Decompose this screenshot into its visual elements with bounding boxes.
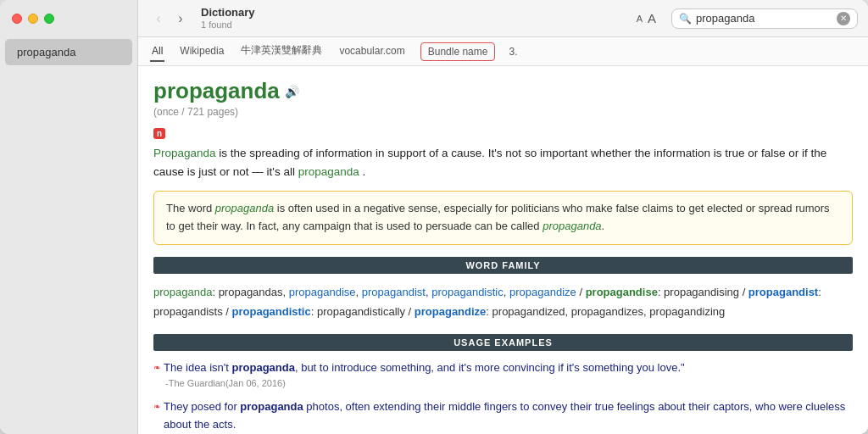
sidebar-item-propaganda[interactable]: propaganda (5, 39, 132, 65)
traffic-lights (0, 0, 137, 37)
usage-examples-header: USAGE EXAMPLES (153, 334, 853, 351)
window-title: Dictionary (201, 6, 255, 19)
example-1-content: The idea isn't propaganda, but to introd… (164, 359, 685, 377)
tab-wikipedia[interactable]: Wikipedia (178, 42, 225, 62)
example-2: ❧ They posed for propaganda photos, ofte… (153, 398, 853, 434)
usage-examples: ❧ The idea isn't propaganda, but to intr… (153, 359, 853, 434)
def-text-1: is the spreading of information in suppo… (153, 147, 826, 178)
forward-icon: › (178, 11, 182, 26)
app-window: propaganda ‹ › Dictionary 1 found A A (0, 0, 868, 434)
wf-propagandise-bold: propagandise (586, 286, 658, 298)
word-title-row: propaganda 🔊 (153, 78, 853, 104)
wf-propagandize-bold: propagandize (415, 305, 487, 318)
def-highlight-1: Propaganda (153, 147, 216, 159)
close-button[interactable] (12, 14, 22, 24)
pos-badge: n (153, 128, 165, 139)
example-2-content: They posed for propaganda photos, often … (164, 398, 853, 434)
font-increase-button[interactable]: A (648, 11, 656, 25)
font-size-controls: A A (637, 11, 656, 25)
tab-number: 3. (509, 46, 517, 58)
tab-oxford[interactable]: 牛津英漢雙解辭典 (239, 40, 324, 63)
sidebar: propaganda (0, 0, 138, 434)
word-heading: propaganda (153, 78, 280, 104)
example-1-text: ❧ The idea isn't propaganda, but to intr… (153, 359, 853, 377)
quote-icon-1: ❧ (153, 361, 160, 377)
tabs-bar: All Wikipedia 牛津英漢雙解辭典 vocabular.com Bun… (138, 37, 868, 66)
wf-propagandistic[interactable]: propagandistic (431, 286, 504, 298)
window-subtitle: 1 found (201, 19, 259, 31)
example-1-source: -The Guardian(Jan 06, 2016) (165, 378, 853, 388)
definition-text: Propaganda is the spreading of informati… (153, 144, 853, 181)
word-family: propaganda: propagandas, propagandise, p… (153, 282, 853, 322)
content-area[interactable]: propaganda 🔊 (once / 721 pages) n Propag… (138, 66, 868, 434)
usage-note: The word propaganda is often used in a n… (153, 191, 853, 245)
font-decrease-button[interactable]: A (637, 14, 643, 24)
usage-highlight-2: propaganda (542, 220, 601, 232)
page-count: (once / 721 pages) (153, 106, 853, 118)
example-2-text: ❧ They posed for propaganda photos, ofte… (153, 398, 853, 434)
wf-propagandize[interactable]: propagandize (509, 286, 576, 298)
search-icon: 🔍 (679, 13, 692, 25)
usage-highlight-1: propaganda (215, 202, 274, 214)
example-1: ❧ The idea isn't propaganda, but to intr… (153, 359, 853, 389)
main-panel: ‹ › Dictionary 1 found A A 🔍 ✕ (138, 0, 868, 434)
back-icon: ‹ (156, 11, 160, 26)
wf-propagandise[interactable]: propagandise (289, 286, 356, 298)
wf-propagandistic-bold: propagandistic (232, 305, 311, 318)
word-family-header: WORD FAMILY (153, 257, 853, 274)
maximize-button[interactable] (44, 14, 54, 24)
sidebar-item-label: propaganda (17, 46, 75, 58)
quote-icon-2: ❧ (153, 400, 160, 434)
tab-vocabular[interactable]: vocabular.com (337, 42, 406, 62)
def-highlight-2: propaganda (298, 165, 359, 178)
wf-propaganda: propaganda (153, 286, 212, 298)
speaker-icon[interactable]: 🔊 (285, 85, 299, 98)
search-bar: 🔍 ✕ (671, 8, 858, 29)
tab-bundle-name[interactable]: Bundle name (420, 42, 496, 61)
search-clear-button[interactable]: ✕ (837, 12, 850, 25)
nav-buttons: ‹ › (148, 8, 191, 29)
wf-propagandist-bold: propagandist (748, 286, 818, 298)
search-input[interactable] (696, 12, 832, 25)
forward-button[interactable]: › (170, 8, 191, 29)
back-button[interactable]: ‹ (148, 8, 169, 29)
toolbar: ‹ › Dictionary 1 found A A 🔍 ✕ (138, 0, 868, 37)
wf-propagandist[interactable]: propagandist (362, 286, 426, 298)
minimize-button[interactable] (28, 14, 38, 24)
tab-all[interactable]: All (150, 42, 164, 62)
def-text-2: . (363, 165, 366, 178)
